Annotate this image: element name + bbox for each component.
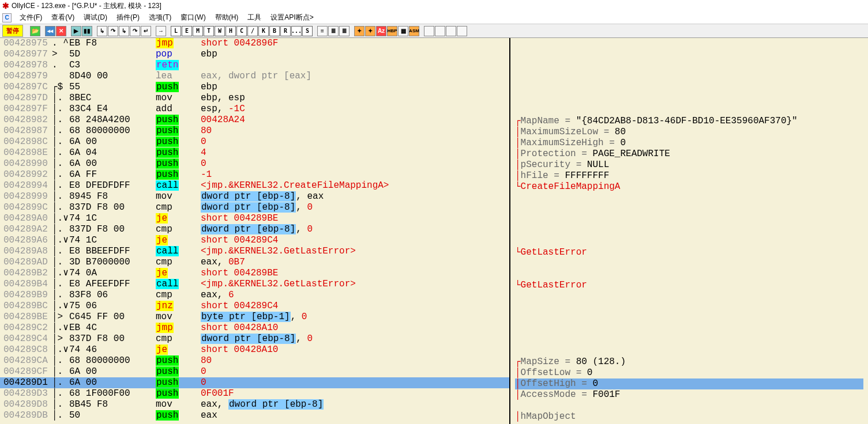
- tb-list1-icon[interactable]: ≡: [317, 26, 328, 36]
- disasm-row[interactable]: 00428979 8D40 00leaeax, dword ptr [eax]: [0, 71, 509, 82]
- disasm-row[interactable]: 0042897F│. 83C4 E4addesp, -1C: [0, 104, 509, 115]
- disasm-row[interactable]: 00428977> 5Dpopebp: [0, 49, 509, 60]
- tb-trace-icon[interactable]: ↳: [119, 26, 129, 36]
- menu-item[interactable]: 设置API断点>: [266, 12, 318, 24]
- mnemonic: jmp: [156, 38, 201, 49]
- disasm-row[interactable]: 0042899C│. 837D F8 00cmpdword ptr [ebp-8…: [0, 202, 509, 213]
- disasm-row[interactable]: 0042898E│. 6A 04push4: [0, 147, 509, 158]
- tb-cpu-icon[interactable]: ▦: [398, 26, 408, 36]
- disasm-row[interactable]: 004289BE│> C645 FF 00movbyte ptr [ebp-1]…: [0, 312, 509, 323]
- mark: │.: [52, 202, 69, 213]
- tb-letter-...[interactable]: ...: [291, 26, 302, 36]
- disasm-row[interactable]: 004289C2│.∨EB 4Cjmpshort 00428A10: [0, 323, 509, 334]
- tb-e1-icon[interactable]: [424, 26, 434, 36]
- address: 004289CA: [0, 355, 52, 366]
- hex-bytes: 74 1C: [69, 213, 156, 224]
- disasm-row[interactable]: 0042897D│. 8BECmovebp, esp: [0, 93, 509, 104]
- disasm-row[interactable]: 004289BC│.∨75 06jnzshort 004289C4: [0, 301, 509, 312]
- tb-e4-icon[interactable]: [457, 26, 467, 36]
- mdi-icon[interactable]: C: [2, 13, 12, 22]
- disasm-row[interactable]: 004289CF│. 6A 00push0: [0, 366, 509, 377]
- tb-e2-icon[interactable]: [435, 26, 445, 36]
- tb-return-icon[interactable]: ↵: [141, 26, 151, 36]
- disasm-row[interactable]: 0042897C┌$ 55pushebp: [0, 82, 509, 93]
- tb-letter-t[interactable]: T: [204, 26, 214, 36]
- tb-goto-icon[interactable]: →: [156, 26, 166, 36]
- disasm-row[interactable]: 004289A0│.∨74 1Cjeshort 004289BE: [0, 213, 509, 224]
- disasm-row[interactable]: 00428975. ^EB F8jmpshort 0042896F: [0, 38, 509, 49]
- tb-letter-m[interactable]: M: [193, 26, 203, 36]
- disasm-row[interactable]: 00428992│. 6A FFpush-1: [0, 169, 509, 180]
- tb-stepinto-icon[interactable]: ↳: [97, 26, 107, 36]
- hex-bytes: 6A 00: [69, 158, 156, 169]
- tb-letter-l[interactable]: L: [171, 26, 181, 36]
- disasm-row[interactable]: 004289A8│. E8 BBEEFDFFcall<jmp.&KERNEL32…: [0, 246, 509, 257]
- tb-letter-b[interactable]: B: [269, 26, 280, 36]
- tb-traceover-icon[interactable]: ↷: [130, 26, 140, 36]
- tb-p1-icon[interactable]: ✦: [354, 26, 365, 36]
- tb-play-icon[interactable]: ▶: [71, 26, 81, 36]
- hex-bytes: 8BEC: [69, 93, 156, 104]
- tb-close-icon[interactable]: ✕: [56, 26, 66, 36]
- disassembly-pane[interactable]: 00428975. ^EB F8jmpshort 0042896F0042897…: [0, 38, 510, 424]
- disasm-row[interactable]: 004289AD│. 3D B7000000cmpeax, 0B7: [0, 257, 509, 268]
- disasm-row[interactable]: 00428982│. 68 248A4200push00428A24: [0, 115, 509, 126]
- menu-item[interactable]: 帮助(H): [211, 12, 243, 24]
- tb-list2-icon[interactable]: ≣: [328, 26, 339, 36]
- tb-letter-h[interactable]: H: [226, 26, 236, 36]
- disasm-row[interactable]: 0042898C│. 6A 00push0: [0, 137, 509, 147]
- menu-item[interactable]: 插件(P): [112, 12, 144, 24]
- info-pane: ┌MapName = "{84CD2AB8-D813-46DF-BD10-EE3…: [510, 38, 868, 424]
- operands: 80: [201, 355, 509, 366]
- tb-list3-icon[interactable]: ≣: [339, 26, 350, 36]
- disasm-row[interactable]: 004289B4│. E8 AFEEFDFFcall<jmp.&KERNEL32…: [0, 279, 509, 290]
- address: 004289B9: [0, 290, 52, 301]
- disasm-row[interactable]: 004289D8│. 8B45 F8moveax, dword ptr [ebp…: [0, 399, 509, 410]
- menu-item[interactable]: 文件(F): [15, 12, 47, 24]
- menu-item[interactable]: 调试(D): [79, 12, 112, 24]
- tb-open-icon[interactable]: 📂: [30, 26, 40, 36]
- disasm-row[interactable]: 00428999│. 8945 F8movdword ptr [ebp-8], …: [0, 191, 509, 202]
- operands: eax, dword ptr [ebp-8]: [201, 399, 509, 410]
- tb-letter-c[interactable]: C: [236, 26, 247, 36]
- hex-bytes: 5D: [69, 49, 156, 60]
- tb-letter-k[interactable]: K: [258, 26, 269, 36]
- tb-e3-icon[interactable]: [446, 26, 456, 36]
- disasm-row[interactable]: 004289B2│.∨74 0Ajeshort 004289BE: [0, 268, 509, 279]
- disasm-row[interactable]: 004289A2│. 837D F8 00cmpdword ptr [ebp-8…: [0, 224, 509, 235]
- tb-p2-icon[interactable]: ✦: [365, 26, 375, 36]
- menu-item[interactable]: 查看(V): [47, 12, 79, 24]
- disasm-row[interactable]: 004289DB│. 50pusheax: [0, 410, 509, 421]
- disasm-row[interactable]: 004289D3│. 68 1F000F00push0F001F: [0, 388, 509, 399]
- tb-hbp-icon[interactable]: HBP: [387, 26, 397, 36]
- address: 0042897D: [0, 93, 52, 104]
- disasm-row[interactable]: 004289C4│> 837D F8 00cmpdword ptr [ebp-8…: [0, 334, 509, 344]
- tb-az-icon[interactable]: Az: [376, 26, 386, 36]
- menu-item[interactable]: 窗口(W): [176, 12, 210, 24]
- tb-pause-icon[interactable]: ▮▮: [82, 26, 92, 36]
- menu-item[interactable]: 工具: [243, 12, 266, 24]
- menu-item[interactable]: 选项(T): [144, 12, 176, 24]
- disasm-row[interactable]: 00428994│. E8 DFEDFDFFcall<jmp.&KERNEL32…: [0, 180, 509, 191]
- address: 00428992: [0, 169, 52, 180]
- mark: [52, 71, 69, 82]
- disasm-row[interactable]: 004289C8│.∨74 46jeshort 00428A10: [0, 344, 509, 355]
- tb-asm-icon[interactable]: ASM: [409, 26, 419, 36]
- hex-bytes: 6A 00: [69, 366, 156, 377]
- disasm-row[interactable]: 004289D1│. 6A 00push0: [0, 377, 509, 388]
- tb-letter-s[interactable]: S: [302, 26, 313, 36]
- tb-letter-/[interactable]: /: [247, 26, 258, 36]
- disasm-row[interactable]: 00428978. C3retn: [0, 60, 509, 71]
- disasm-row[interactable]: 00428990│. 6A 00push0: [0, 158, 509, 169]
- tb-letter-e[interactable]: E: [182, 26, 192, 36]
- tb-stepover-icon[interactable]: ↷: [108, 26, 118, 36]
- hex-bytes: 6A 00: [69, 137, 156, 147]
- disasm-row[interactable]: 004289B9│. 83F8 06cmpeax, 6: [0, 290, 509, 301]
- disasm-row[interactable]: 004289CA│. 68 80000000push80: [0, 355, 509, 366]
- tb-letter-r[interactable]: R: [280, 26, 291, 36]
- operands: dword ptr [ebp-8], 0: [201, 224, 509, 235]
- disasm-row[interactable]: 004289A6│.∨74 1Cjeshort 004289C4: [0, 235, 509, 246]
- tb-rewind-icon[interactable]: ◂◂: [45, 26, 55, 36]
- tb-letter-w[interactable]: W: [215, 26, 225, 36]
- disasm-row[interactable]: 00428987│. 68 80000000push80: [0, 126, 509, 137]
